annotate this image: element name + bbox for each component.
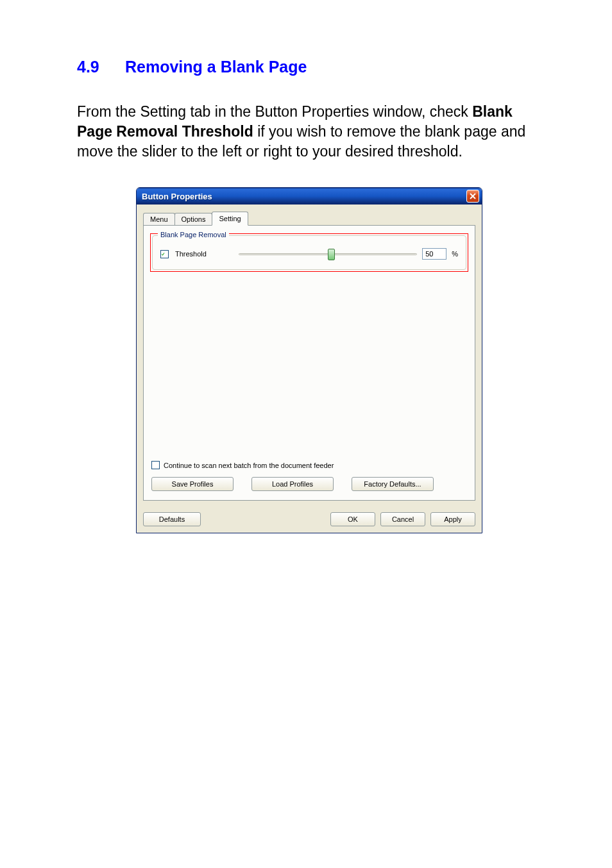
- section-number: 4.9: [77, 58, 125, 76]
- close-icon: [470, 193, 476, 199]
- tab-setting[interactable]: Setting: [212, 212, 248, 226]
- group-legend: Blank Page Removal: [158, 231, 229, 238]
- defaults-button[interactable]: Defaults: [143, 512, 201, 526]
- tab-panel: Blank Page Removal Threshold: [143, 225, 475, 501]
- ok-button[interactable]: OK: [330, 512, 375, 526]
- threshold-unit: %: [452, 250, 458, 258]
- save-profiles-button[interactable]: Save Profiles: [151, 477, 234, 491]
- titlebar: Button Properties: [137, 188, 482, 204]
- section-heading: 4.9Removing a Blank Page: [77, 58, 541, 76]
- body-paragraph: From the Setting tab in the Button Prope…: [77, 102, 541, 162]
- client-area: Menu Options Setting Blank Page Removal: [137, 204, 482, 507]
- slider-thumb[interactable]: [328, 249, 335, 260]
- apply-button[interactable]: Apply: [430, 512, 475, 526]
- window-title: Button Properties: [142, 192, 466, 201]
- continue-scan-checkbox[interactable]: [151, 461, 160, 469]
- paragraph-pre: From the Setting tab in the Button Prope…: [77, 103, 472, 120]
- close-button[interactable]: [466, 190, 479, 203]
- load-profiles-button[interactable]: Load Profiles: [251, 477, 334, 491]
- tab-row: Menu Options Setting: [143, 211, 475, 225]
- cancel-button[interactable]: Cancel: [380, 512, 425, 526]
- check-icon: [161, 251, 165, 258]
- tab-options[interactable]: Options: [174, 213, 213, 225]
- threshold-value-input[interactable]: 50: [422, 248, 446, 260]
- tab-menu[interactable]: Menu: [143, 213, 175, 225]
- section-title: Removing a Blank Page: [125, 58, 307, 76]
- highlight-rect: Blank Page Removal Threshold: [150, 233, 468, 272]
- continue-scan-label: Continue to scan next batch from the doc…: [164, 462, 334, 469]
- threshold-label: Threshold: [175, 250, 207, 258]
- threshold-checkbox[interactable]: [160, 250, 169, 258]
- blank-page-removal-group: Blank Page Removal Threshold: [152, 235, 466, 270]
- dialog-window: Button Properties Menu Options Setting B…: [136, 187, 482, 533]
- factory-defaults-button[interactable]: Factory Defaults...: [352, 477, 434, 491]
- threshold-slider[interactable]: [239, 247, 417, 260]
- dialog-footer: Defaults OK Cancel Apply: [137, 507, 482, 533]
